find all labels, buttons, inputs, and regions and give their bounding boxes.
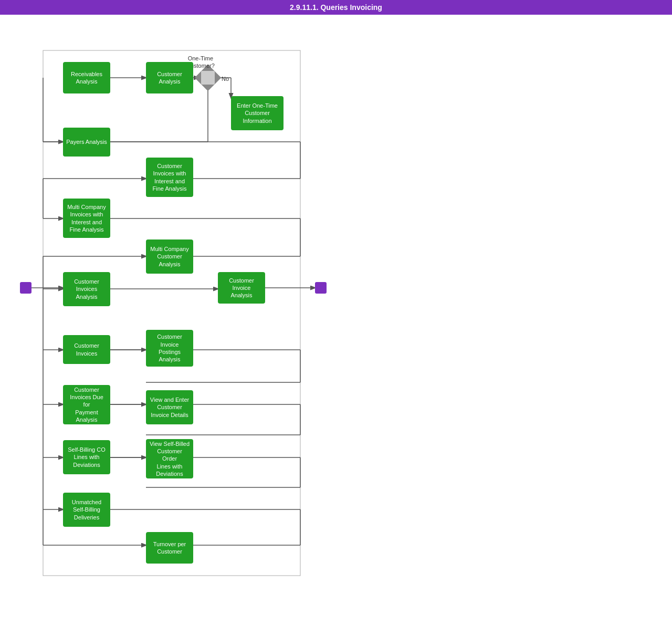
multi-inv-interest-node[interactable]: Multi CompanyInvoices withInterest andFi… <box>63 199 110 238</box>
diagram-container: One-TimeCustomer? No Receivables Analysi… <box>0 15 672 619</box>
title-text: 2.9.11.1. Queries Invoicing <box>290 3 382 12</box>
customer-analysis-node[interactable]: CustomerAnalysis <box>146 62 193 93</box>
turnover-node[interactable]: Turnover perCustomer <box>146 532 193 564</box>
view-enter-node[interactable]: View and EnterCustomerInvoice Details <box>146 390 193 424</box>
customer-invoices-node[interactable]: CustomerInvoices <box>63 335 110 364</box>
cust-inv-due-node[interactable]: CustomerInvoices Due forPaymentAnalysis <box>63 385 110 424</box>
cust-inv-analysis-node[interactable]: CustomerInvoicesAnalysis <box>63 272 110 306</box>
cust-inv-interest-node[interactable]: CustomerInvoices withInterest andFine An… <box>146 158 193 197</box>
title-bar: 2.9.11.1. Queries Invoicing <box>0 0 672 15</box>
unmatched-node[interactable]: UnmatchedSelf-BillingDeliveries <box>63 493 110 527</box>
receivables-analysis-node[interactable]: Receivables Analysis <box>63 62 110 93</box>
start-terminal <box>20 282 32 294</box>
cust-invoice-analysis-node[interactable]: CustomerInvoice Analysis <box>218 272 265 304</box>
cust-inv-postings-node[interactable]: CustomerInvoice PostingsAnalysis <box>146 330 193 367</box>
view-self-billed-node[interactable]: View Self-BilledCustomer OrderLines with… <box>146 439 193 478</box>
multi-cust-analysis-node[interactable]: Multi CompanyCustomerAnalysis <box>146 239 193 274</box>
decision-diamond <box>198 68 217 87</box>
self-billing-node[interactable]: Self-Billing COLines withDeviations <box>63 440 110 474</box>
payers-analysis-node[interactable]: Payers Analysis <box>63 128 110 157</box>
arrows-svg <box>0 15 672 625</box>
no-label: No <box>222 76 229 82</box>
enter-onetime-node[interactable]: Enter One-TimeCustomerInformation <box>231 96 284 130</box>
end-terminal <box>315 282 327 294</box>
